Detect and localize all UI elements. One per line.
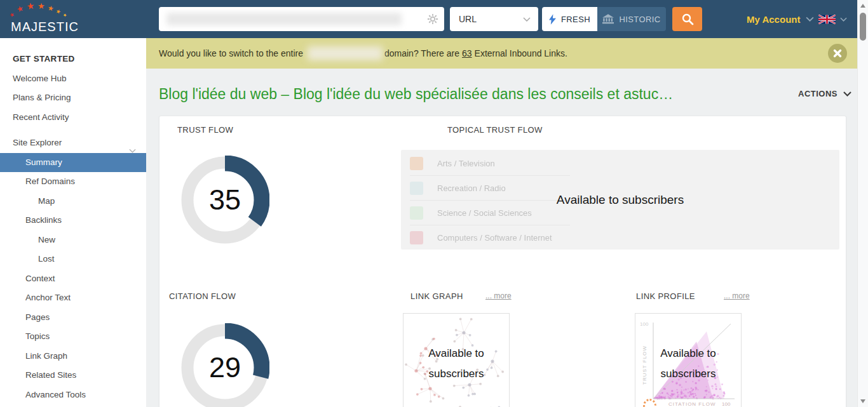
svg-text:CITATION FLOW: CITATION FLOW: [668, 401, 715, 407]
sidebar-item-new[interactable]: New: [0, 230, 146, 250]
switch-domain-banner: Would you like to switch to the entire d…: [146, 38, 857, 69]
majestic-logo[interactable]: ★ ★ ★ ★ ★ ★ ★ MAJESTIC: [9, 3, 79, 36]
sidebar-item-welcome-hub[interactable]: Welcome Hub: [0, 69, 146, 89]
svg-text:★: ★: [37, 3, 45, 11]
sidebar-section-get-started: GET STARTED: [0, 50, 146, 69]
scrollbar-thumb[interactable]: [860, 13, 866, 41]
index-type-value: URL: [459, 14, 477, 24]
topic-label: Recreation / Radio: [437, 183, 506, 193]
topical-trust-flow-panel: Arts / Television Recreation / Radio Sci…: [401, 150, 839, 250]
sidebar-item-link-graph[interactable]: Link Graph: [0, 347, 146, 366]
close-icon: [833, 49, 842, 58]
svg-text:★: ★: [47, 4, 55, 13]
actions-menu-button[interactable]: ACTIONS: [798, 89, 851, 98]
subscribers-overlay-text: Available to: [403, 347, 509, 360]
majestic-app: ★ ★ ★ ★ ★ ★ ★ MAJESTIC: [0, 0, 868, 407]
subscribers-overlay-text: Available to: [635, 347, 741, 360]
topical-trust-flow-title: TOPICAL TRUST FLOW: [447, 125, 543, 135]
subscribers-overlay-text: subscribers: [635, 368, 741, 380]
link-profile-more-link[interactable]: ... more: [724, 291, 750, 300]
topic-swatch: [410, 231, 423, 244]
banner-text-before: Would you like to switch to the entire: [159, 48, 303, 58]
search-input[interactable]: [164, 10, 421, 30]
chevron-down-icon: [840, 17, 847, 22]
fresh-index-button[interactable]: FRESH: [542, 7, 597, 31]
sidebar-item-lost[interactable]: Lost: [0, 250, 146, 269]
sidebar-spacer: [0, 127, 146, 133]
search-settings-gear-icon[interactable]: [427, 13, 438, 25]
trust-flow-title: TRUST FLOW: [177, 125, 233, 135]
chevron-down-icon: [806, 17, 814, 22]
page-scrollbar[interactable]: [857, 0, 868, 407]
sidebar-item-backlinks[interactable]: Backlinks: [0, 211, 146, 230]
citation-flow-title: CITATION FLOW: [169, 291, 236, 301]
link-profile-title: LINK PROFILE: [636, 291, 695, 301]
search-icon: [681, 13, 694, 25]
scatter-plot-preview-icon: 100 TRUST FLOW CITATION FLOW 100: [635, 314, 741, 407]
svg-text:★: ★: [55, 8, 62, 15]
bank-icon: [602, 14, 614, 24]
svg-text:100: 100: [722, 401, 731, 407]
actions-label: ACTIONS: [798, 89, 837, 98]
subscribers-overlay-text: subscribers: [403, 368, 509, 380]
sidebar-nav: GET STARTED Welcome Hub Plans & Pricing …: [0, 38, 146, 407]
redacted-domain-blur: [308, 46, 383, 60]
subscribers-overlay-text: Available to subscribers: [401, 193, 839, 207]
legend-row: Arts / Television: [410, 151, 570, 176]
summary-card: TRUST FLOW 35 TOPICAL TRUST FLOW Arts / …: [159, 116, 846, 407]
chevron-down-icon: [523, 17, 531, 22]
sidebar-item-advanced-tools[interactable]: Advanced Tools: [0, 385, 146, 405]
sidebar-item-plans-pricing[interactable]: Plans & Pricing: [0, 88, 146, 108]
sidebar-item-site-explorer[interactable]: Site Explorer: [0, 133, 146, 153]
topic-label: Computers / Software / Internet: [437, 233, 552, 243]
banner-close-button[interactable]: [828, 44, 847, 63]
historic-index-button[interactable]: HISTORIC: [597, 7, 666, 31]
link-graph-preview: Available to subscribers: [403, 313, 510, 407]
citation-flow-gauge: 29: [180, 323, 269, 407]
sidebar-item-recent-activity[interactable]: Recent Activity: [0, 108, 146, 128]
network-graph-preview-icon: [403, 314, 509, 407]
uk-flag-icon: [818, 15, 836, 24]
svg-text:★: ★: [62, 12, 68, 18]
topic-swatch: [410, 206, 423, 220]
top-navbar: ★ ★ ★ ★ ★ ★ ★ MAJESTIC: [0, 0, 857, 38]
topic-label: Science / Social Sciences: [437, 208, 532, 218]
index-toggle: FRESH HISTORIC: [542, 7, 666, 31]
page-title: Blog l'idée du web – Blog l'idée du web …: [159, 84, 785, 105]
logo-stars-icon: ★ ★ ★ ★ ★ ★ ★: [9, 3, 72, 19]
sidebar-item-summary[interactable]: Summary: [0, 153, 146, 173]
fresh-label: FRESH: [561, 15, 590, 24]
my-account-label: My Account: [747, 14, 800, 25]
sidebar-item-topics[interactable]: Topics: [0, 327, 146, 347]
trust-flow-gauge: 35: [180, 156, 269, 244]
banner-text-middle: domain? There are: [384, 48, 459, 58]
legend-row: Computers / Software / Internet: [410, 225, 570, 250]
sidebar-item-ref-domains[interactable]: Ref Domains: [0, 172, 146, 192]
lightning-icon: [549, 14, 556, 25]
historic-label: HISTORIC: [619, 15, 660, 24]
sidebar-item-map[interactable]: Map: [0, 192, 146, 211]
sidebar-item-related-sites[interactable]: Related Sites: [0, 366, 146, 385]
sidebar-item-pages[interactable]: Pages: [0, 308, 146, 328]
svg-text:★: ★: [26, 3, 36, 11]
language-menu[interactable]: [818, 0, 847, 38]
chevron-down-icon: [843, 91, 851, 97]
inbound-links-count-link[interactable]: 63: [462, 48, 472, 58]
scroll-down-arrow[interactable]: [860, 399, 865, 403]
sidebar-item-context[interactable]: Context: [0, 269, 146, 289]
search-submit-button[interactable]: [672, 7, 702, 31]
scroll-up-arrow[interactable]: [860, 4, 865, 8]
svg-text:★: ★: [9, 11, 16, 18]
index-type-select[interactable]: URL: [450, 7, 538, 31]
trust-flow-value: 35: [180, 156, 269, 244]
banner-text-after: External Inbound Links.: [475, 48, 567, 58]
logo-wordmark: MAJESTIC: [11, 20, 79, 34]
topic-swatch: [410, 157, 423, 170]
site-explorer-label: Site Explorer: [13, 138, 62, 147]
sidebar-item-anchor-text[interactable]: Anchor Text: [0, 288, 146, 308]
my-account-menu[interactable]: My Account: [747, 0, 814, 38]
link-graph-more-link[interactable]: ... more: [485, 291, 512, 300]
svg-text:★: ★: [15, 4, 25, 15]
banner-message: Would you like to switch to the entire d…: [159, 38, 567, 69]
site-search-box: [159, 7, 444, 31]
